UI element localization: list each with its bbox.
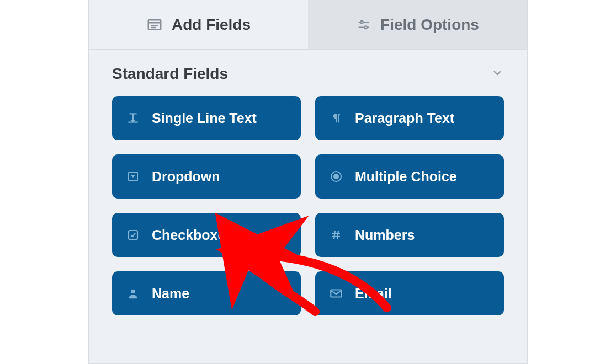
field-email[interactable]: Email — [315, 271, 504, 315]
section-header[interactable]: Standard Fields — [89, 50, 527, 96]
tab-add-fields[interactable]: Add Fields — [89, 0, 308, 49]
svg-point-20 — [131, 290, 135, 293]
field-label: Email — [355, 286, 392, 302]
svg-line-18 — [334, 231, 335, 239]
field-label: Numbers — [355, 227, 415, 243]
hash-icon — [328, 227, 344, 243]
field-label: Name — [152, 286, 189, 302]
fields-grid: Single Line Text Paragraph Text Dropdown — [89, 96, 527, 315]
user-icon — [125, 286, 141, 301]
form-icon — [146, 17, 163, 33]
form-builder-panel: Add Fields Field Options Standard Fields — [88, 0, 528, 364]
tab-field-options[interactable]: Field Options — [308, 0, 527, 49]
sliders-icon — [356, 17, 371, 33]
checkbox-icon — [125, 227, 141, 243]
section-title: Standard Fields — [112, 65, 228, 83]
field-checkboxes[interactable]: Checkboxes — [112, 213, 301, 257]
field-single-line-text[interactable]: Single Line Text — [112, 96, 301, 140]
svg-point-5 — [360, 21, 363, 24]
field-label: Single Line Text — [152, 110, 257, 126]
field-label: Multiple Choice — [355, 169, 457, 185]
field-multiple-choice[interactable]: Multiple Choice — [315, 154, 504, 199]
dropdown-icon — [125, 169, 141, 184]
field-numbers[interactable]: Numbers — [315, 213, 504, 257]
field-label: Dropdown — [152, 169, 220, 185]
field-paragraph-text[interactable]: Paragraph Text — [315, 96, 504, 140]
field-dropdown[interactable]: Dropdown — [112, 154, 301, 199]
chevron-down-icon — [491, 66, 504, 82]
tabs-container: Add Fields Field Options — [89, 0, 527, 50]
envelope-icon — [328, 286, 344, 301]
field-label: Paragraph Text — [355, 110, 454, 126]
svg-point-7 — [364, 26, 367, 29]
tab-label: Field Options — [380, 16, 479, 34]
radio-icon — [328, 169, 344, 184]
field-label: Checkboxes — [152, 227, 233, 243]
svg-point-14 — [334, 174, 338, 179]
field-name[interactable]: Name — [112, 271, 301, 315]
svg-line-19 — [337, 231, 338, 239]
text-icon — [125, 110, 141, 126]
paragraph-icon — [328, 110, 344, 126]
tab-label: Add Fields — [172, 16, 251, 34]
svg-rect-15 — [129, 231, 137, 239]
